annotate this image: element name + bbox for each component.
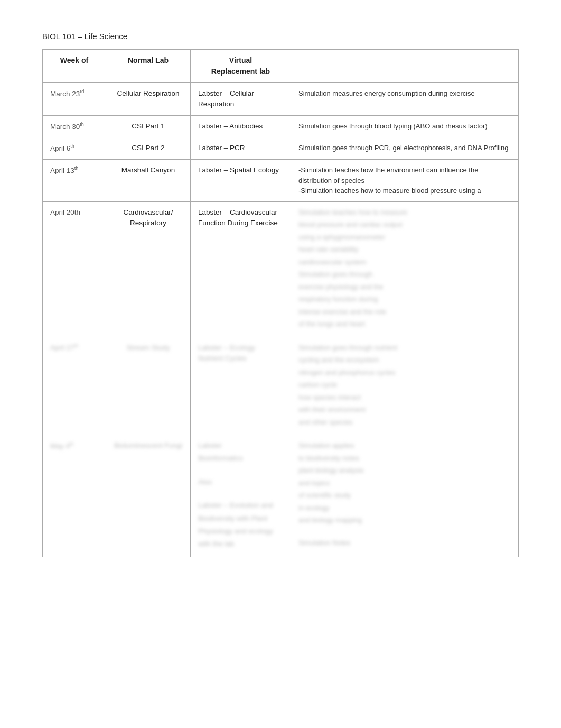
blurred-text-8: respiratory function during <box>298 294 511 305</box>
page-title: BIOL 101 – Life Science <box>42 32 519 41</box>
normal-lab-cell: CSI Part 1 <box>106 115 191 137</box>
virtual-lab-cell: Labster – PCR <box>191 137 291 160</box>
normal-lab-cell: CSI Part 2 <box>106 137 191 160</box>
normal-lab-cell: Bioluminescent Fungi <box>106 435 191 557</box>
blurred-week-2: May 4th <box>50 442 73 450</box>
blurred-text-2: blood pressure and cardiac output <box>298 219 511 230</box>
notes-cell: Simulation applies to biodiversity notes… <box>291 435 519 557</box>
notes-cell: Simulation teaches how to measure blood … <box>291 201 519 337</box>
blurred-virtual-2d: Labster – Evolution and <box>198 500 283 511</box>
table-row: April 27th Stream Study Labster – Ecolog… <box>43 337 519 435</box>
notes-cell: -Simulation teaches how the environment … <box>291 160 519 202</box>
blurred-note-row7-7: and biology mapping <box>298 515 511 526</box>
schedule-table: Week of Normal Lab VirtualReplacement la… <box>42 49 519 557</box>
virtual-lab-cell: Labster – Cardiovascular Function During… <box>191 201 291 337</box>
blurred-text-10: of the lungs and heart <box>298 319 511 329</box>
normal-lab-cell: Stream Study <box>106 337 191 435</box>
table-row: April 13th Marshall Canyon Labster – Spa… <box>43 160 519 202</box>
table-row: April 20th Cardiovascular/Respiratory La… <box>43 201 519 337</box>
blurred-virtual-2g: with the lab <box>198 539 283 549</box>
table-row: April 6th CSI Part 2 Labster – PCR Simul… <box>43 137 519 160</box>
week-cell: April 27th <box>43 337 106 435</box>
blurred-note-row7-2: to biodiversity notes <box>298 453 511 464</box>
week-cell: March 30th <box>43 115 106 137</box>
notes-cell: Simulation goes through blood typing (AB… <box>291 115 519 137</box>
col-header-virtual-lab: VirtualReplacement lab <box>191 50 291 83</box>
blurred-note-row7-5: of scientific study <box>298 490 511 501</box>
blurred-note-row6-5: how species interact <box>298 392 511 403</box>
week-cell: April 6th <box>43 137 106 160</box>
blurred-virtual-2c: Also <box>198 477 283 487</box>
virtual-lab-cell: Labster – Spatial Ecology <box>191 160 291 202</box>
normal-lab-cell: Marshall Canyon <box>106 160 191 202</box>
blurred-virtual-1b: Nutrient Cycles <box>198 353 283 364</box>
blurred-virtual-2e: Biodiversity with Plant <box>198 513 283 524</box>
blurred-virtual-2f: Physiology and ecology <box>198 526 283 537</box>
col-header-normal-lab: Normal Lab <box>106 50 191 83</box>
blurred-text-6: Simulation goes through <box>298 269 511 280</box>
blurred-note-row6-4: carbon cycle <box>298 380 511 390</box>
virtual-lab-cell: Labster – Cellular Respiration <box>191 83 291 116</box>
blurred-virtual-1a: Labster – Ecology <box>198 343 283 353</box>
table-row: May 4th Bioluminescent Fungi Labster Bio… <box>43 435 519 557</box>
blurred-text-1: Simulation teaches how to measure <box>298 207 511 218</box>
blurred-text-7: exercise physiology and the <box>298 282 511 292</box>
week-cell: March 23rd <box>43 83 106 116</box>
blurred-normal-lab-2: Bioluminescent Fungi <box>114 441 182 449</box>
blurred-text-4: heart rate variability <box>298 244 511 255</box>
virtual-lab-cell: Labster – Antibodies <box>191 115 291 137</box>
col-header-notes <box>291 50 519 83</box>
blurred-note-row6-1: Simulation goes through nutrient <box>298 343 511 353</box>
blurred-week-1: April 27th <box>50 344 78 352</box>
blurred-note-row7-1: Simulation applies <box>298 440 511 451</box>
blurred-note-row7-6: in ecology <box>298 503 511 513</box>
table-row: March 23rd Cellular Respiration Labster … <box>43 83 519 116</box>
blurred-note-row6-3: nitrogen and phosphorus cycles <box>298 367 511 378</box>
normal-lab-cell: Cardiovascular/Respiratory <box>106 201 191 337</box>
week-cell: April 13th <box>43 160 106 202</box>
blurred-note-row6-2: cycling and the ecosystem <box>298 355 511 365</box>
blurred-virtual-2a: Labster <box>198 440 283 451</box>
notes-cell: Simulation measures energy consumption d… <box>291 83 519 116</box>
normal-lab-cell: Cellular Respiration <box>106 83 191 116</box>
blurred-text-5: cardiovascular system <box>298 257 511 268</box>
virtual-lab-cell: Labster Bioinformatics Also Labster – Ev… <box>191 435 291 557</box>
blurred-note-row7-8: Simulation Notes <box>298 538 511 548</box>
week-cell: April 20th <box>43 201 106 337</box>
notes-cell: Simulation goes through PCR, gel electro… <box>291 137 519 160</box>
blurred-virtual-2b: Bioinformatics <box>198 453 283 464</box>
col-header-week: Week of <box>43 50 106 83</box>
virtual-lab-cell: Labster – Ecology Nutrient Cycles <box>191 337 291 435</box>
week-cell: May 4th <box>43 435 106 557</box>
blurred-note-row6-7: and other species <box>298 417 511 428</box>
blurred-note-row6-6: with their environment <box>298 404 511 415</box>
notes-cell: Simulation goes through nutrient cycling… <box>291 337 519 435</box>
table-row: March 30th CSI Part 1 Labster – Antibodi… <box>43 115 519 137</box>
blurred-text-3: using a sphygmomanometer <box>298 232 511 243</box>
blurred-normal-lab-1: Stream Study <box>127 344 170 352</box>
blurred-note-row7-3: plant biology analysis <box>298 465 511 476</box>
blurred-text-9: intense exercise and the role <box>298 307 511 317</box>
blurred-note-row7-4: and topics <box>298 478 511 489</box>
